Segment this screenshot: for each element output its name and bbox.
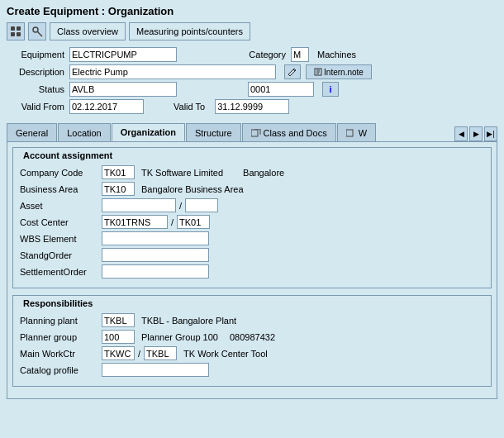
key-icon[interactable] <box>28 22 46 40</box>
planning-plant-label: Planning plant <box>20 316 98 326</box>
status-input[interactable] <box>69 82 177 97</box>
standg-order-input[interactable] <box>102 248 209 262</box>
title-bar: Create Equipment : Organization <box>0 0 504 21</box>
asset-input2[interactable] <box>185 198 218 212</box>
content-area: Account assignment Company Code TK Softw… <box>7 141 497 399</box>
wbs-element-input[interactable] <box>102 231 209 245</box>
business-area-row: Business Area Bangalore Business Area <box>20 182 484 196</box>
description-label: Description <box>7 67 64 77</box>
main-workctr-text: TK Work Center Tool <box>183 349 268 359</box>
tab-prev-btn[interactable]: ◀ <box>454 126 468 141</box>
svg-rect-2 <box>11 32 15 36</box>
tab-navigation: ◀ ▶ ▶| <box>454 126 497 141</box>
planner-group-phone: 080987432 <box>230 332 275 342</box>
tab-last-btn[interactable]: ▶| <box>484 126 497 141</box>
tab-class-docs[interactable]: Class and Docs <box>242 123 336 141</box>
company-code-row: Company Code TK Software Limited Bangalo… <box>20 165 484 179</box>
planner-group-text: Planner Group 100 <box>141 332 218 342</box>
svg-rect-0 <box>11 26 15 31</box>
planner-group-row: Planner group Planner Group 100 08098743… <box>20 330 484 344</box>
company-code-text: TK Software Limited <box>141 168 223 178</box>
account-assignment-section: Account assignment Company Code TK Softw… <box>12 147 492 288</box>
toolbar: Class overview Measuring points/counters <box>0 21 504 44</box>
responsibilities-section: Responsibilities Planning plant TKBL - B… <box>12 295 492 387</box>
company-code-label: Company Code <box>20 168 98 178</box>
w-tab-icon <box>346 129 356 137</box>
tab-organization[interactable]: Organization <box>112 123 185 141</box>
standg-order-label: StandgOrder <box>20 250 98 260</box>
account-assignment-title: Account assignment <box>20 150 116 160</box>
tab-w[interactable]: W <box>337 123 376 141</box>
edit-icon[interactable] <box>284 64 301 79</box>
svg-point-4 <box>33 27 38 32</box>
cost-center-row: Cost Center / <box>20 215 484 229</box>
class-docs-icon <box>251 129 261 137</box>
cost-center-label: Cost Center <box>20 217 98 227</box>
planning-plant-input[interactable] <box>102 313 135 327</box>
equipment-label: Equipment <box>7 50 64 60</box>
standg-order-row: StandgOrder <box>20 248 484 262</box>
measuring-points-tab[interactable]: Measuring points/counters <box>129 22 250 40</box>
intern-note-btn[interactable]: Intern.note <box>306 64 372 79</box>
cost-center-input2[interactable] <box>177 215 210 229</box>
status-label: Status <box>7 84 64 94</box>
category-label: Category <box>236 50 286 60</box>
asset-input1[interactable] <box>102 198 176 212</box>
catalog-profile-row: Catalog profile <box>20 363 484 377</box>
svg-rect-1 <box>17 26 21 31</box>
valid-from-input[interactable] <box>69 99 144 114</box>
main-workctr-label: Main WorkCtr <box>20 349 98 359</box>
description-input[interactable] <box>69 64 276 79</box>
responsibilities-title: Responsibilities <box>20 298 96 308</box>
planner-group-input[interactable] <box>102 330 135 344</box>
cost-center-input1[interactable] <box>102 215 168 229</box>
status-code-input[interactable] <box>248 82 314 97</box>
cost-center-divider: / <box>171 217 174 227</box>
settlement-order-input[interactable] <box>102 264 209 279</box>
valid-from-label: Valid From <box>7 102 64 112</box>
tab-location[interactable]: Location <box>58 123 111 141</box>
catalog-profile-input[interactable] <box>102 363 209 377</box>
wbs-element-row: WBS Element <box>20 231 484 245</box>
svg-rect-14 <box>346 130 353 136</box>
settlement-order-label: SettlementOrder <box>20 267 98 277</box>
wbs-element-label: WBS Element <box>20 234 98 244</box>
company-code-input[interactable] <box>102 165 135 179</box>
equipment-input[interactable] <box>69 47 177 62</box>
valid-to-label: Valid To <box>174 102 205 112</box>
class-overview-tab[interactable]: Class overview <box>50 22 126 40</box>
header-form: Equipment Category Machines Description … <box>0 44 504 120</box>
main-workctr-divider: / <box>138 349 140 359</box>
business-area-label: Business Area <box>20 184 98 194</box>
svg-rect-11 <box>251 130 258 136</box>
page-title: Create Equipment : Organization <box>7 5 174 17</box>
category-input[interactable] <box>291 47 309 62</box>
asset-divider: / <box>179 201 182 211</box>
tab-next-btn[interactable]: ▶ <box>469 126 483 141</box>
main-workctr-input2[interactable] <box>144 346 177 360</box>
planning-plant-row: Planning plant TKBL - Bangalore Plant <box>20 313 484 327</box>
planning-plant-text: TKBL - Bangalore Plant <box>141 316 236 326</box>
settlement-order-row: SettlementOrder <box>20 264 484 279</box>
category-text: Machines <box>317 50 356 60</box>
tab-structure[interactable]: Structure <box>186 123 241 141</box>
business-area-input[interactable] <box>102 182 135 196</box>
valid-to-input[interactable] <box>215 99 289 114</box>
company-code-city: Bangalore <box>243 168 284 178</box>
tabs-strip: General Location Organization Structure … <box>0 123 504 141</box>
intern-note-label: Intern.note <box>324 68 364 77</box>
catalog-profile-label: Catalog profile <box>20 365 98 375</box>
grid-icon[interactable] <box>7 22 25 40</box>
main-workctr-input1[interactable] <box>102 346 135 360</box>
planner-group-label: Planner group <box>20 332 98 342</box>
info-icon[interactable]: i <box>322 82 339 97</box>
main-workctr-row: Main WorkCtr / TK Work Center Tool <box>20 346 484 360</box>
asset-row: Asset / <box>20 198 484 212</box>
svg-rect-3 <box>17 32 21 36</box>
tab-general[interactable]: General <box>7 123 57 141</box>
business-area-text: Bangalore Business Area <box>141 184 244 194</box>
svg-line-5 <box>38 32 43 37</box>
asset-label: Asset <box>20 201 98 211</box>
